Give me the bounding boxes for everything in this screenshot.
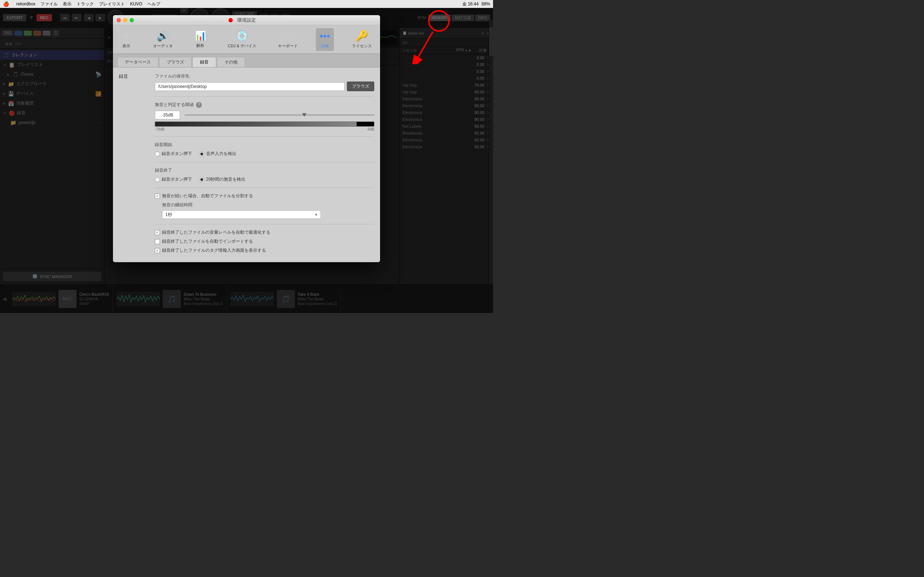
start-option-1-label: 音声入力を検出 bbox=[206, 151, 236, 157]
silence-duration-wrapper: 1秒 2秒 5秒 10秒 ▼ bbox=[162, 210, 321, 219]
show-tag-item[interactable]: ✓ 録音終了したファイルのタグ情報入力画面を表示する bbox=[155, 247, 374, 253]
threshold-help-icon[interactable]: ? bbox=[196, 102, 202, 108]
end-option-1[interactable]: 20秒間の無音を検出 bbox=[199, 176, 246, 182]
end-option-0[interactable]: 録音ボタン押下 bbox=[155, 176, 192, 182]
start-section-label: 録音開始 bbox=[155, 142, 374, 148]
icon-detail[interactable]: ••• 詳細 bbox=[316, 28, 333, 51]
silence-duration-select[interactable]: 1秒 2秒 5秒 10秒 bbox=[162, 210, 321, 219]
level-min: -78dB bbox=[155, 127, 165, 131]
auto-optimize-checkbox[interactable]: ✓ bbox=[155, 230, 160, 235]
silence-duration-group: 無音の継続時間 1秒 2秒 5秒 10秒 ▼ bbox=[155, 202, 374, 219]
recording-end-group: 録音終了 録音ボタン押下 20秒間の無音を検出 bbox=[155, 167, 374, 182]
select-arrow-icon: ▼ bbox=[314, 213, 318, 217]
start-radio-1[interactable] bbox=[199, 152, 204, 156]
modal-titlebar: 環境設定 bbox=[113, 15, 380, 25]
display-icon: 👁 bbox=[121, 30, 131, 42]
file-save-group: ファイルの保存先 ブラウズ bbox=[155, 73, 374, 91]
icon-keyboard[interactable]: ⌨ キーボード bbox=[274, 28, 301, 51]
menu-kuvo[interactable]: KUVO bbox=[130, 2, 142, 6]
divider-5 bbox=[155, 224, 374, 224]
modal-tabs: データベース ブラウズ 録音 その他 bbox=[113, 54, 380, 68]
file-save-label: ファイルの保存先 bbox=[155, 73, 374, 79]
menu-time: 金 16:44 bbox=[462, 1, 478, 7]
end-section-label: 録音終了 bbox=[155, 167, 374, 174]
threshold-row bbox=[155, 111, 374, 119]
menubar: 🍎 rekordbox ファイル 表示 トラック プレイリスト KUVO ヘルプ… bbox=[0, 0, 493, 8]
auto-split-checkbox[interactable]: ✓ bbox=[155, 193, 160, 199]
recording-section-title: 録音 bbox=[119, 74, 128, 79]
end-option-0-label: 録音ボタン押下 bbox=[162, 176, 192, 182]
auto-import-label: 録音終了したファイルを自動でインポートする bbox=[162, 239, 253, 245]
start-option-0-label: 録音ボタン押下 bbox=[162, 151, 192, 157]
audio-label: オーディオ bbox=[153, 43, 173, 49]
maximize-window-btn[interactable] bbox=[129, 18, 134, 23]
divider-3 bbox=[155, 162, 374, 162]
threshold-slider[interactable] bbox=[184, 111, 374, 119]
modal-body: 録音 ファイルの保存先 ブラウズ bbox=[113, 68, 380, 262]
license-icon: 🔑 bbox=[355, 30, 368, 42]
apple-menu[interactable]: 🍎 bbox=[3, 1, 9, 7]
menu-file[interactable]: ファイル bbox=[40, 1, 58, 7]
level-labels: -78dB -6dB bbox=[155, 127, 374, 131]
detail-label: 詳細 bbox=[321, 43, 329, 49]
close-window-btn[interactable] bbox=[116, 18, 121, 23]
icon-display[interactable]: 👁 表示 bbox=[118, 28, 135, 51]
tab-recording[interactable]: 録音 bbox=[192, 57, 216, 67]
start-radio-group: 録音ボタン押下 音声入力を検出 bbox=[155, 151, 374, 157]
traffic-lights bbox=[116, 18, 134, 23]
menubar-right: 金 16:44 88% bbox=[462, 0, 490, 8]
recording-start-group: 録音開始 録音ボタン押下 音声入力を検出 bbox=[155, 142, 374, 157]
modal-title: 環境設定 bbox=[237, 17, 256, 23]
end-option-1-label: 20秒間の無音を検出 bbox=[206, 176, 246, 182]
tab-database[interactable]: データベース bbox=[117, 57, 158, 67]
app-name[interactable]: rekordbox bbox=[16, 2, 36, 6]
display-label: 表示 bbox=[122, 43, 130, 49]
analysis-label: 解析 bbox=[196, 43, 204, 48]
silence-duration-label: 無音の継続時間 bbox=[162, 202, 374, 208]
keyboard-icon: ⌨ bbox=[281, 30, 295, 42]
level-meter bbox=[155, 121, 374, 127]
level-fill bbox=[155, 122, 357, 126]
analysis-icon: 📊 bbox=[195, 30, 206, 42]
level-max: -6dB bbox=[367, 127, 374, 131]
minimize-window-btn[interactable] bbox=[123, 18, 128, 23]
menu-track[interactable]: トラック bbox=[76, 1, 94, 7]
show-tag-label: 録音終了したファイルのタグ情報入力画面を表示する bbox=[162, 247, 266, 253]
license-label: ライセンス bbox=[352, 43, 372, 49]
auto-split-item[interactable]: ✓ 無音が続いた場合、自動でファイルを分割する bbox=[155, 193, 374, 199]
detail-icon: ••• bbox=[320, 30, 330, 42]
cdj-icon: 💿 bbox=[236, 30, 248, 42]
divider-1 bbox=[155, 96, 374, 97]
auto-import-item[interactable]: 録音終了したファイルを自動でインポートする bbox=[155, 239, 374, 245]
divider-4 bbox=[155, 187, 374, 188]
icon-license[interactable]: 🔑 ライセンス bbox=[348, 28, 375, 51]
start-option-0[interactable]: 録音ボタン押下 bbox=[155, 151, 192, 157]
menu-help[interactable]: ヘルプ bbox=[147, 1, 160, 7]
icon-audio[interactable]: 🔊 オーディオ bbox=[149, 28, 176, 51]
auto-optimize-item[interactable]: ✓ 録音終了したファイルの音量レベルを自動で最適化する bbox=[155, 229, 374, 235]
icon-cdj[interactable]: 💿 CDJ & デバイス bbox=[224, 28, 260, 51]
menu-battery: 88% bbox=[481, 2, 490, 6]
threshold-group: 無音と判定する閾値 ? bbox=[155, 102, 374, 131]
menubar-left: 🍎 rekordbox ファイル 表示 トラック プレイリスト KUVO ヘルプ bbox=[3, 1, 160, 7]
browse-button[interactable]: ブラウズ bbox=[347, 82, 374, 91]
tab-other[interactable]: その他 bbox=[217, 57, 245, 67]
start-radio-0[interactable] bbox=[155, 152, 160, 156]
icon-analysis[interactable]: 📊 解析 bbox=[191, 28, 210, 50]
auto-import-checkbox[interactable] bbox=[155, 239, 160, 244]
tab-browse[interactable]: ブラウズ bbox=[159, 57, 192, 67]
menu-view[interactable]: 表示 bbox=[63, 1, 71, 7]
menu-playlist[interactable]: プレイリスト bbox=[99, 1, 125, 7]
modal-overlay[interactable]: 環境設定 👁 表示 🔊 オーディオ 📊 解析 💿 CDJ & デバイス ⌨ bbox=[0, 8, 493, 313]
show-tag-checkbox[interactable]: ✓ bbox=[155, 248, 160, 253]
end-radio-1[interactable] bbox=[199, 177, 204, 182]
end-radio-0[interactable] bbox=[155, 177, 160, 182]
slider-track bbox=[184, 114, 374, 116]
auto-split-label: 無音が続いた場合、自動でファイルを分割する bbox=[162, 193, 253, 199]
modal-icon-bar: 👁 表示 🔊 オーディオ 📊 解析 💿 CDJ & デバイス ⌨ キーボード •… bbox=[113, 25, 380, 54]
auto-optimize-label: 録音終了したファイルの音量レベルを自動で最適化する bbox=[162, 229, 270, 235]
file-path-input[interactable] bbox=[155, 82, 345, 91]
threshold-input[interactable] bbox=[155, 111, 180, 119]
audio-icon: 🔊 bbox=[157, 30, 169, 42]
start-option-1[interactable]: 音声入力を検出 bbox=[199, 151, 236, 157]
